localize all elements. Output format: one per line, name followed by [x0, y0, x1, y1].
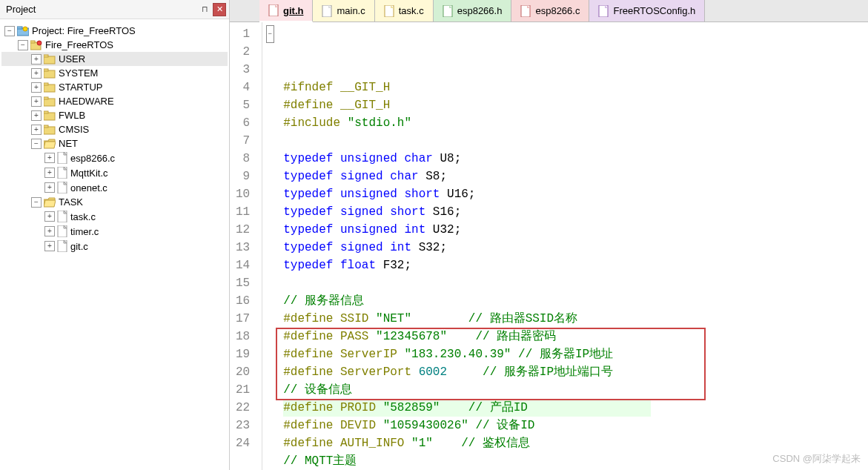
svg-marker-27 — [44, 200, 56, 207]
svg-rect-15 — [44, 111, 48, 113]
panel-controls: ⊓ ✕ — [198, 3, 226, 16]
expand-icon[interactable]: + — [31, 54, 42, 64]
tree-label: HAEDWARE — [59, 96, 114, 107]
tree-folder-startup[interactable]: + STARTUP — [1, 80, 228, 94]
expand-icon[interactable]: − — [31, 197, 42, 208]
tree-label: git.c — [70, 241, 88, 252]
svg-rect-7 — [44, 55, 48, 57]
svg-point-5 — [37, 41, 42, 45]
expand-icon[interactable]: − — [31, 139, 42, 149]
line-gutter: 123456789101112131415161718192021222324 — [230, 22, 262, 470]
c-file-icon — [57, 225, 67, 237]
tree-folder-hardware[interactable]: + HAEDWARE — [1, 94, 228, 108]
editor-area: git.h main.c task.c esp8266.h esp8266.c … — [230, 0, 868, 470]
expand-icon[interactable]: + — [44, 241, 55, 251]
c-file-icon — [384, 5, 394, 17]
fold-gutter[interactable]: − — [262, 22, 277, 470]
close-icon[interactable]: ✕ — [213, 3, 226, 16]
tree-folder-cmsis[interactable]: + CMSIS — [1, 122, 228, 136]
tree-folder-fwlb[interactable]: + FWLB — [1, 108, 228, 122]
tree-file[interactable]: + git.c — [1, 239, 228, 254]
tree-root[interactable]: − Project: Fire_FreeRTOS — [1, 24, 228, 38]
c-file-icon — [57, 182, 67, 193]
tree-file[interactable]: + esp8266.c — [1, 150, 228, 165]
expand-icon[interactable]: + — [31, 82, 42, 93]
expand-icon[interactable]: + — [31, 110, 42, 121]
watermark: CSDN @阿柒学起来 — [772, 452, 861, 466]
folder-icon — [44, 110, 56, 121]
tab-freertos-config[interactable]: FreeRTOSConfig.h — [589, 0, 705, 21]
c-file-icon — [57, 240, 67, 252]
tab-label: git.h — [283, 5, 303, 16]
tab-esp8266-h[interactable]: esp8266.h — [434, 0, 512, 21]
svg-rect-1 — [17, 27, 22, 29]
tree-label: USER — [59, 53, 85, 64]
tree-label: FWLB — [59, 110, 85, 121]
tree-folder-user[interactable]: + USER — [1, 52, 228, 66]
tree-label: task.c — [70, 211, 96, 222]
expand-icon[interactable]: + — [44, 168, 55, 178]
tab-label: main.c — [337, 5, 365, 16]
expand-icon[interactable]: + — [44, 211, 55, 222]
tree-label: STARTUP — [59, 82, 102, 93]
tab-esp8266-c[interactable]: esp8266.c — [511, 0, 589, 21]
h-file-icon — [598, 5, 609, 17]
folder-icon — [44, 125, 56, 135]
svg-rect-13 — [44, 97, 48, 99]
svg-marker-19 — [44, 142, 56, 148]
expand-icon[interactable]: + — [44, 182, 55, 193]
target-icon — [30, 40, 42, 50]
expand-icon[interactable]: + — [44, 226, 55, 236]
tree-label: MqttKit.c — [70, 168, 108, 179]
tree-label: timer.c — [70, 226, 99, 237]
c-file-icon — [520, 5, 531, 17]
tree-label: SYSTEM — [59, 67, 98, 79]
tree-target[interactable]: − Fire_FreeRTOS — [1, 38, 228, 52]
c-file-icon — [57, 167, 67, 179]
pin-icon[interactable]: ⊓ — [198, 3, 211, 16]
folder-icon — [44, 96, 56, 107]
tab-git-h[interactable]: git.h — [259, 0, 313, 22]
expand-icon[interactable]: − — [4, 26, 15, 36]
h-file-icon — [443, 5, 453, 17]
code-content[interactable]: #ifndef __GIT_H#define __GIT_H#include "… — [277, 22, 657, 470]
expand-icon[interactable]: + — [31, 68, 42, 79]
expand-icon[interactable]: + — [44, 153, 55, 163]
svg-point-2 — [23, 27, 27, 31]
folder-icon — [44, 68, 56, 79]
project-panel: Project ⊓ ✕ − Project: Fire_FreeRTOS − F… — [0, 0, 230, 470]
tree-label: Fire_FreeRTOS — [45, 39, 113, 50]
tree-label: esp8266.c — [70, 153, 115, 164]
folder-icon — [44, 54, 56, 64]
tree-folder-net[interactable]: − NET — [1, 136, 228, 150]
tree-file[interactable]: + timer.c — [1, 224, 228, 239]
tree-label: onenet.c — [70, 182, 107, 193]
tab-main-c[interactable]: main.c — [313, 0, 374, 21]
tab-label: task.c — [399, 5, 424, 16]
panel-header: Project ⊓ ✕ — [0, 0, 229, 19]
tree-file[interactable]: + task.c — [1, 209, 228, 224]
editor-tabs: git.h main.c task.c esp8266.h esp8266.c … — [230, 0, 868, 22]
expand-icon[interactable]: + — [31, 125, 42, 135]
panel-title: Project — [3, 4, 36, 15]
tab-label: esp8266.c — [535, 5, 580, 16]
c-file-icon — [57, 211, 67, 222]
folder-icon — [44, 82, 56, 93]
tree-label: CMSIS — [59, 124, 89, 135]
expand-icon[interactable]: + — [31, 96, 42, 107]
code-editor[interactable]: 123456789101112131415161718192021222324 … — [230, 22, 868, 470]
tab-task-c[interactable]: task.c — [375, 0, 434, 21]
project-tree[interactable]: − Project: Fire_FreeRTOS − Fire_FreeRTOS… — [0, 19, 229, 470]
tree-label: TASK — [59, 196, 83, 208]
tree-folder-task[interactable]: − TASK — [1, 195, 228, 209]
svg-rect-11 — [44, 83, 48, 85]
c-file-icon — [322, 5, 332, 17]
svg-rect-17 — [44, 125, 48, 128]
svg-rect-4 — [30, 41, 35, 43]
svg-rect-9 — [44, 69, 48, 71]
tree-file[interactable]: + onenet.c — [1, 180, 228, 195]
tree-folder-system[interactable]: + SYSTEM — [1, 66, 228, 80]
expand-icon[interactable]: − — [18, 40, 28, 50]
tree-file[interactable]: + MqttKit.c — [1, 165, 228, 180]
h-file-icon — [268, 4, 279, 16]
